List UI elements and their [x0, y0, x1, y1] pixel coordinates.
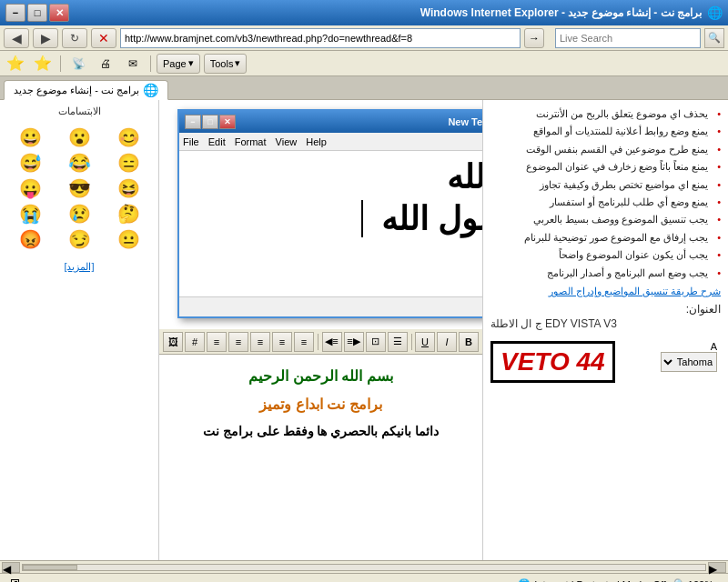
editor-area: − □ ✕ New Text Document.txt - Notepad Fi… [159, 100, 482, 560]
notepad-view-menu[interactable]: View [276, 136, 298, 147]
add-favorites-icon[interactable]: ⭐ [31, 54, 55, 74]
notepad-format-menu[interactable]: Format [235, 136, 267, 147]
veto-container: VETO 44 A Tahoma [490, 337, 721, 386]
notepad-line2: محمد رسول الله [187, 200, 482, 238]
page-button[interactable]: Page ▾ [157, 54, 200, 74]
font-selector[interactable]: Tahoma [661, 352, 717, 372]
smiley-item[interactable]: 😊 [106, 126, 151, 148]
smiley-item[interactable]: 😂 [56, 152, 102, 174]
search-input[interactable] [555, 28, 701, 48]
notepad-help-menu[interactable]: Help [306, 136, 327, 147]
align-center-btn[interactable]: ⊡ [366, 332, 386, 352]
close-button[interactable]: ✕ [49, 4, 69, 22]
notepad-close[interactable]: ✕ [219, 115, 236, 129]
smiley-item[interactable]: 😐 [106, 228, 151, 250]
toolbar-separator [60, 55, 61, 72]
smiley-item[interactable]: 😅 [7, 152, 53, 174]
align-btn5[interactable]: ≡ [294, 332, 314, 352]
smiley-item[interactable]: 😭 [7, 203, 53, 225]
align-right-btn[interactable]: ≡▶ [344, 332, 364, 352]
smiley-item[interactable]: 😆 [106, 177, 151, 199]
smiley-grid: 😀 😮 😊 😅 😂 😑 😛 😎 😆 😭 😢 🤔 😡 😏 😐 [0, 119, 158, 257]
rss-icon[interactable]: 📡 [66, 54, 90, 74]
editor-sep [318, 334, 318, 350]
main-area: الابتسامات 😀 😮 😊 😅 😂 😑 😛 😎 😆 😭 😢 🤔 😡 😏 😐… [0, 100, 728, 560]
zone-text: Internet | Protected Mode: Off [534, 579, 666, 583]
ie-status-icon: 🖥 [7, 577, 22, 583]
notepad-minimize[interactable]: − [185, 115, 201, 129]
horizontal-scrollbar[interactable]: ◀ ▶ [0, 560, 728, 573]
zoom-control[interactable]: 🔍 100% ▾ [673, 578, 721, 582]
email-icon[interactable]: ✉ [121, 54, 145, 74]
scroll-track[interactable] [22, 564, 706, 571]
scroll-thumb[interactable] [23, 565, 77, 570]
minimize-button[interactable]: − [5, 4, 25, 22]
align-btn4[interactable]: ≡ [272, 332, 292, 352]
scroll-left-btn[interactable]: ◀ [2, 562, 20, 573]
favorites-icon[interactable]: ⭐ [4, 54, 27, 74]
bold-btn[interactable]: B [459, 332, 479, 352]
status-right: 🌐 Internet | Protected Mode: Off 🔍 100% … [518, 578, 721, 582]
notepad-content: لا اله الا الله محمد رسول الله [179, 151, 482, 296]
rule-item: يمنع وضع أي طلب للبرنامج أو استفسار [490, 196, 721, 209]
title-bar-buttons[interactable]: − □ ✕ [5, 4, 69, 22]
smiley-item[interactable]: 😮 [56, 126, 102, 148]
insert-image-btn[interactable]: 🖼 [163, 332, 183, 352]
maximize-button[interactable]: □ [27, 4, 47, 22]
italic-btn[interactable]: I [437, 332, 457, 352]
print-icon[interactable]: 🖨 [94, 54, 117, 74]
smiley-item[interactable]: 😎 [56, 177, 102, 199]
smiley-item[interactable]: 😑 [106, 152, 151, 174]
go-button[interactable]: → [524, 28, 544, 48]
notepad-maximize[interactable]: □ [202, 115, 218, 129]
rule-item: يحذف اي موضوع يتعلق بالربح من الأنترنت [490, 107, 721, 121]
notepad-file-menu[interactable]: File [183, 136, 199, 147]
zoom-icon: 🔍 [673, 578, 686, 582]
forward-button[interactable]: ▶ [33, 28, 58, 48]
underline-btn[interactable]: U [415, 332, 435, 352]
align-left-btn[interactable]: ◀≡ [322, 332, 342, 352]
refresh-button[interactable]: ↻ [62, 28, 87, 48]
speed-label: A [661, 341, 717, 352]
rule-item: يجب تنسيق الموضوع ووصف بسيط بالعربي [490, 213, 721, 226]
notepad-menubar: File Edit Format View Help [179, 133, 482, 151]
rule-item: يمنع منعاً باتاً وضع زخارف في عنوان المو… [490, 160, 721, 174]
smileys-more-link[interactable]: [المزيد] [0, 257, 158, 276]
search-button[interactable]: 🔍 [704, 28, 724, 48]
status-left: 🖥 [7, 577, 22, 583]
smiley-item[interactable]: 😡 [7, 228, 53, 250]
rule-item: يمنع اي مواضيع تختص بطرق وكيفية تجاوز [490, 178, 721, 192]
url-input[interactable] [120, 28, 521, 48]
smiley-item[interactable]: 😢 [56, 203, 102, 225]
align-btn3[interactable]: ≡ [250, 332, 270, 352]
smiley-item[interactable]: 🤔 [106, 203, 151, 225]
rule-item: يمنع طرح موضوعين في القسم بنفس الوقت [490, 143, 721, 156]
notepad-buttons[interactable]: − □ ✕ [185, 115, 236, 129]
zoom-dropdown-icon[interactable]: ▾ [715, 578, 721, 582]
post-title: برامج نت ابداع وتميز [177, 396, 464, 413]
smiley-item[interactable]: 😀 [7, 126, 53, 148]
stop-button[interactable]: ✕ [91, 28, 116, 48]
title-bar: − □ ✕ 🌐 برامج نت - إنشاء موضوع جديد - Wi… [0, 0, 728, 25]
status-bar: 🖥 🌐 Internet | Protected Mode: Off 🔍 100… [0, 573, 728, 582]
notepad-edit-menu[interactable]: Edit [208, 136, 226, 147]
rule-item: يمنع وضع روابط أعلانية للمنتديات أو المو… [490, 125, 721, 138]
scroll-right-btn[interactable]: ▶ [708, 562, 726, 573]
editor-sep2 [411, 334, 412, 350]
smileys-panel: الابتسامات 😀 😮 😊 😅 😂 😑 😛 😎 😆 😭 😢 🤔 😡 😏 😐… [0, 100, 159, 560]
rules-link[interactable]: شرح طريقة تنسيق المواضيع وإدراج الصور [490, 286, 721, 297]
hashtag-btn[interactable]: # [185, 332, 205, 352]
smiley-item[interactable]: 😛 [7, 177, 53, 199]
notepad-title-bar: − □ ✕ New Text Document.txt - Notepad [179, 111, 482, 133]
align-btn2[interactable]: ≡ [228, 332, 248, 352]
post-bismillah: بسم الله الرحمن الرحيم [177, 367, 464, 385]
tab-newthread[interactable]: 🌐 برامج نت - إنشاء موضوع جديد [4, 80, 168, 100]
align-justify-btn[interactable]: ☰ [388, 332, 408, 352]
address-label: العنوان: [490, 303, 721, 316]
tools-button[interactable]: Tools ▾ [204, 54, 248, 74]
align-btn1[interactable]: ≡ [207, 332, 227, 352]
rule-item: يجب إرفاق مع الموضوع صور توضيحية للبرنام [490, 231, 721, 245]
smiley-item[interactable]: 😏 [56, 228, 102, 250]
rules-list: يحذف اي موضوع يتعلق بالربح من الأنترنت ي… [490, 107, 721, 280]
back-button[interactable]: ◀ [4, 28, 29, 48]
